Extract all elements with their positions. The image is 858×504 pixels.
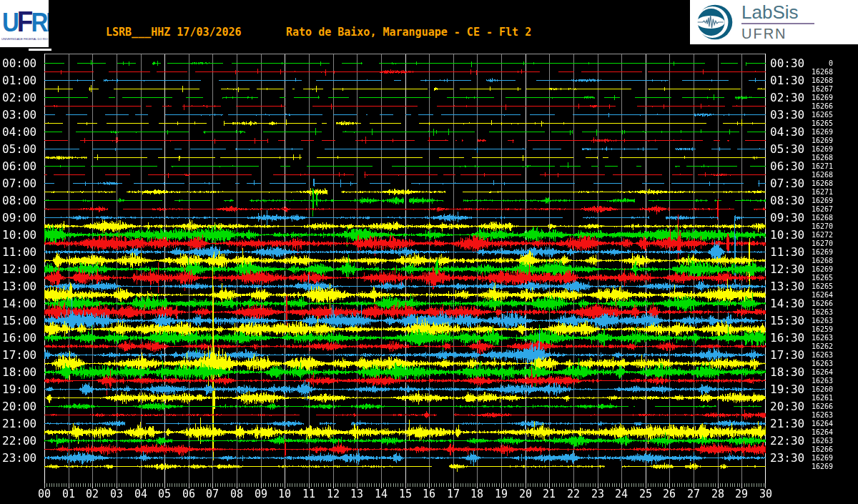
location-title: Rato de Baixo, Maranguape - CE - Flt 2 <box>286 26 531 39</box>
trace-max-value: 16268 <box>786 179 833 188</box>
right-time-label: 10:30 <box>770 229 804 242</box>
trace-max-value: 16264 <box>786 368 833 377</box>
left-time-label: 18:00 <box>2 366 36 379</box>
left-time-label: 23:00 <box>2 452 36 465</box>
trace-max-value: 16268 <box>786 68 833 76</box>
trace-max-value: 16272 <box>786 231 833 239</box>
trace-max-value: 16260 <box>786 385 833 394</box>
trace-max-value: 16266 <box>786 102 833 111</box>
left-time-label: 22:00 <box>2 435 36 448</box>
right-time-label: 16:30 <box>770 332 804 345</box>
trace-max-value: 16265 <box>786 282 833 291</box>
right-time-label: 03:30 <box>770 109 804 122</box>
trace-max-value: 16268 <box>786 171 833 179</box>
trace-max-value: 16270 <box>786 239 833 248</box>
labsis-subtitle: UFRN <box>741 24 814 43</box>
trace-max-value: 16269 <box>786 463 833 471</box>
left-time-label: 04:00 <box>2 126 36 139</box>
right-time-label: 15:30 <box>770 315 804 327</box>
right-time-label: 09:30 <box>770 212 804 224</box>
left-time-label: 16:00 <box>2 332 36 345</box>
left-time-label: 01:00 <box>2 74 36 87</box>
ufrn-logo: UFRN UNIVERSIDADE FEDERAL DO RIO GRANDE … <box>0 0 49 47</box>
right-time-label: 19:30 <box>770 383 804 396</box>
trace-max-value: 16269 <box>786 454 833 463</box>
trace-max-value: 16263 <box>786 334 833 342</box>
station-title: LSRB___HHZ 17/03/2026 <box>106 26 242 39</box>
left-time-label: 02:00 <box>2 92 36 104</box>
trace-max-value: 16263 <box>786 411 833 420</box>
trace-max-value: 16267 <box>786 85 833 94</box>
trace-max-value: 16266 <box>786 445 833 454</box>
trace-max-value: 16268 <box>786 257 833 265</box>
right-time-label: 05:30 <box>770 143 804 156</box>
trace-max-value: 16269 <box>786 137 833 145</box>
trace-max-value: 16266 <box>786 300 833 308</box>
trace-max-value: 16261 <box>786 394 833 402</box>
labsis-title: LabSis <box>741 1 814 24</box>
right-time-label: 04:30 <box>770 126 804 139</box>
trace-max-value: 16267 <box>786 205 833 214</box>
trace-max-value: 16271 <box>786 162 833 171</box>
trace-max-value: 16263 <box>786 437 833 445</box>
trace-max-value: 16265 <box>786 274 833 282</box>
left-time-label: 10:00 <box>2 229 36 242</box>
left-time-label: 08:00 <box>2 194 36 207</box>
right-time-label: 07:30 <box>770 177 804 190</box>
right-time-label: 21:30 <box>770 417 804 430</box>
ufrn-logo-caption: UNIVERSIDADE FEDERAL DO RIO GRANDE DO NO… <box>1 37 49 41</box>
trace-max-value: 16270 <box>786 222 833 231</box>
right-time-label: 01:30 <box>770 74 804 87</box>
right-time-label: 22:30 <box>770 435 804 448</box>
right-time-label: 02:30 <box>770 92 804 104</box>
trace-max-value: 16269 <box>786 265 833 274</box>
left-time-label: 00:00 <box>2 57 36 70</box>
helicorder-canvas[interactable] <box>44 54 766 491</box>
right-time-label: 11:30 <box>770 246 804 259</box>
left-time-label: 09:00 <box>2 212 36 224</box>
right-time-label: 00:30 <box>770 57 804 70</box>
trace-max-value: 16263 <box>786 351 833 360</box>
left-time-label: 21:00 <box>2 417 36 430</box>
left-time-label: 07:00 <box>2 177 36 190</box>
right-time-label: 20:30 <box>770 400 804 413</box>
right-time-label: 17:30 <box>770 349 804 362</box>
labsis-logo: LabSis UFRN <box>690 0 858 44</box>
trace-max-value: 16269 <box>786 248 833 257</box>
trace-max-value: 16264 <box>786 428 833 437</box>
right-time-label: 08:30 <box>770 194 804 207</box>
right-time-label: 23:30 <box>770 452 804 465</box>
trace-max-value: 16269 <box>786 197 833 205</box>
left-time-label: 17:00 <box>2 349 36 362</box>
trace-max-value: 16263 <box>786 360 833 368</box>
left-time-label: 05:00 <box>2 143 36 156</box>
right-time-label: 12:30 <box>770 263 804 276</box>
trace-max-value: 16264 <box>786 291 833 300</box>
trace-max-value: 16265 <box>786 119 833 128</box>
trace-max-value: 16268 <box>786 76 833 85</box>
trace-max-value: 16263 <box>786 308 833 317</box>
trace-max-value: 16268 <box>786 214 833 222</box>
trace-max-value: 16263 <box>786 377 833 385</box>
trace-max-value: 16271 <box>786 188 833 197</box>
trace-max-value: 16263 <box>786 317 833 325</box>
left-time-label: 11:00 <box>2 246 36 259</box>
right-time-label: 13:30 <box>770 280 804 293</box>
trace-max-value: 16269 <box>786 94 833 102</box>
left-time-label: 14:00 <box>2 297 36 310</box>
helicorder-screen: UFRN UNIVERSIDADE FEDERAL DO RIO GRANDE … <box>0 0 858 504</box>
left-time-label: 20:00 <box>2 400 36 413</box>
trace-max-value: 16268 <box>786 154 833 162</box>
labsis-text-column: LabSis UFRN <box>741 1 814 43</box>
left-time-label: 03:00 <box>2 109 36 122</box>
right-time-label: 06:30 <box>770 160 804 173</box>
trace-max-value: 16259 <box>786 325 833 334</box>
left-time-label: 13:00 <box>2 280 36 293</box>
trace-max-value: 16262 <box>786 342 833 351</box>
ufrn-logo-text: UFRN <box>2 6 49 39</box>
trace-max-value: 16266 <box>786 402 833 411</box>
left-time-label: 15:00 <box>2 315 36 327</box>
labsis-waveform-icon <box>696 3 734 41</box>
trace-max-value: 16269 <box>786 145 833 154</box>
left-time-label: 12:00 <box>2 263 36 276</box>
